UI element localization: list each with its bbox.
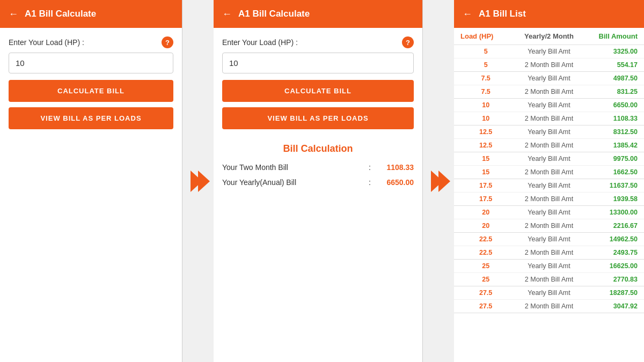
load-cell: 27.5 bbox=[460, 302, 511, 310]
amount-cell: 14962.50 bbox=[587, 235, 638, 243]
type-cell: 2 Month Bill Amt bbox=[511, 195, 587, 203]
help-icon-2[interactable]: ? bbox=[402, 36, 414, 48]
double-arrow-2 bbox=[431, 171, 446, 192]
view-btn-2[interactable]: VIEW BILL AS PER LOADS bbox=[222, 107, 414, 129]
help-icon-1[interactable]: ? bbox=[162, 36, 173, 48]
type-cell: Yearly Bill Amt bbox=[511, 48, 587, 55]
amount-cell: 1108.33 bbox=[587, 115, 638, 122]
amount-cell: 9975.00 bbox=[587, 155, 638, 162]
table-row: 7.5Yearly Bill Amt4987.50 bbox=[454, 72, 644, 85]
type-cell: 2 Month Bill Amt bbox=[511, 168, 587, 176]
amount-cell: 554.17 bbox=[587, 61, 638, 69]
two-month-colon: : bbox=[369, 163, 371, 172]
amount-cell: 2770.83 bbox=[587, 276, 638, 283]
table-row: 27.5Yearly Bill Amt18287.50 bbox=[454, 286, 644, 300]
table-row: 202 Month Bill Amt2216.67 bbox=[454, 219, 644, 232]
amount-cell: 2493.75 bbox=[587, 249, 638, 256]
type-cell: 2 Month Bill Amt bbox=[511, 276, 587, 283]
load-cell: 22.5 bbox=[460, 249, 511, 256]
amount-cell: 18287.50 bbox=[587, 289, 638, 297]
type-cell: Yearly Bill Amt bbox=[511, 235, 587, 243]
amount-cell: 4987.50 bbox=[587, 75, 638, 82]
amount-cell: 6650.00 bbox=[587, 101, 638, 109]
app-title-1: A1 Bill Calculate bbox=[25, 9, 96, 19]
amount-cell: 831.25 bbox=[587, 88, 638, 95]
calculate-btn-2[interactable]: CALCULATE BILL bbox=[222, 80, 414, 102]
amount-cell: 3325.00 bbox=[587, 48, 638, 55]
calculate-btn-1[interactable]: CALCULATE BILL bbox=[9, 80, 173, 102]
amount-cell: 13300.00 bbox=[587, 209, 638, 216]
type-cell: Yearly Bill Amt bbox=[511, 155, 587, 162]
load-cell: 10 bbox=[460, 115, 511, 122]
amount-cell: 1662.50 bbox=[587, 168, 638, 176]
type-cell: Yearly Bill Amt bbox=[511, 289, 587, 297]
type-cell: Yearly Bill Amt bbox=[511, 182, 587, 189]
type-cell: Yearly Bill Amt bbox=[511, 262, 587, 270]
list-group: 12.5Yearly Bill Amt8312.5012.52 Month Bi… bbox=[454, 125, 644, 152]
type-cell: 2 Month Bill Amt bbox=[511, 61, 587, 69]
type-cell: 2 Month Bill Amt bbox=[511, 142, 587, 149]
table-row: 17.52 Month Bill Amt1939.58 bbox=[454, 193, 644, 205]
amount-cell: 3047.92 bbox=[587, 302, 638, 310]
type-cell: Yearly Bill Amt bbox=[511, 209, 587, 216]
col-load-header: Load (HP) bbox=[460, 32, 511, 40]
bill-section-title: Bill Calculation bbox=[222, 143, 414, 154]
table-header: Load (HP) Yearly/2 Month Bill Amount bbox=[454, 28, 644, 45]
load-input-2[interactable] bbox=[222, 53, 414, 73]
table-row: 7.52 Month Bill Amt831.25 bbox=[454, 85, 644, 98]
type-cell: 2 Month Bill Amt bbox=[511, 249, 587, 256]
back-button-2[interactable]: ← bbox=[222, 9, 232, 20]
load-cell: 5 bbox=[460, 61, 511, 69]
table-row: 102 Month Bill Amt1108.33 bbox=[454, 112, 644, 125]
bill-list-body: 5Yearly Bill Amt3325.0052 Month Bill Amt… bbox=[454, 45, 644, 362]
table-row: 22.5Yearly Bill Amt14962.50 bbox=[454, 233, 644, 246]
load-cell: 20 bbox=[460, 209, 511, 216]
load-cell: 5 bbox=[460, 48, 511, 55]
load-cell: 12.5 bbox=[460, 128, 511, 136]
amount-cell: 16625.00 bbox=[587, 262, 638, 270]
amount-cell: 1939.58 bbox=[587, 195, 638, 203]
yearly-label: Your Yearly(Anual) Bill bbox=[222, 178, 363, 187]
type-cell: 2 Month Bill Amt bbox=[511, 115, 587, 122]
load-cell: 7.5 bbox=[460, 88, 511, 95]
app-title-2: A1 Bill Calculate bbox=[238, 9, 310, 19]
table-row: 27.52 Month Bill Amt3047.92 bbox=[454, 300, 644, 313]
list-group: 25Yearly Bill Amt16625.00252 Month Bill … bbox=[454, 260, 644, 286]
type-cell: 2 Month Bill Amt bbox=[511, 88, 587, 95]
list-group: 20Yearly Bill Amt13300.00202 Month Bill … bbox=[454, 206, 644, 233]
yearly-value: 6650.00 bbox=[376, 178, 414, 187]
load-cell: 15 bbox=[460, 168, 511, 176]
list-group: 22.5Yearly Bill Amt14962.5022.52 Month B… bbox=[454, 233, 644, 260]
load-cell: 7.5 bbox=[460, 75, 511, 82]
app-title-3: A1 Bill List bbox=[479, 9, 526, 19]
load-cell: 27.5 bbox=[460, 289, 511, 297]
table-row: 15Yearly Bill Amt9975.00 bbox=[454, 152, 644, 166]
type-cell: 2 Month Bill Amt bbox=[511, 222, 587, 230]
panel-bill-list: ← A1 Bill List Load (HP) Yearly/2 Month … bbox=[454, 0, 644, 362]
table-row: 152 Month Bill Amt1662.50 bbox=[454, 166, 644, 179]
header-3: ← A1 Bill List bbox=[454, 0, 644, 28]
load-label-row-1: Enter Your Load (HP) : ? bbox=[9, 36, 173, 48]
load-cell: 25 bbox=[460, 262, 511, 270]
content-2: Enter Your Load (HP) : ? CALCULATE BILL … bbox=[214, 28, 422, 362]
load-cell: 12.5 bbox=[460, 142, 511, 149]
two-month-bill-row: Your Two Month Bill : 1108.33 bbox=[222, 161, 414, 174]
load-field-label-2: Enter Your Load (HP) : bbox=[222, 38, 298, 47]
back-button-1[interactable]: ← bbox=[9, 9, 18, 20]
back-button-3[interactable]: ← bbox=[463, 9, 472, 20]
type-cell: Yearly Bill Amt bbox=[511, 128, 587, 136]
table-row: 17.5Yearly Bill Amt11637.50 bbox=[454, 179, 644, 193]
header-1: ← A1 Bill Calculate bbox=[0, 0, 182, 28]
table-row: 52 Month Bill Amt554.17 bbox=[454, 58, 644, 71]
load-input-1[interactable] bbox=[9, 53, 173, 73]
load-cell: 20 bbox=[460, 222, 511, 230]
two-month-label: Your Two Month Bill bbox=[222, 163, 363, 172]
double-arrow-1 bbox=[191, 171, 206, 192]
view-btn-1[interactable]: VIEW BILL AS PER LOADS bbox=[9, 107, 173, 129]
list-group: 15Yearly Bill Amt9975.00152 Month Bill A… bbox=[454, 152, 644, 179]
load-label-row-2: Enter Your Load (HP) : ? bbox=[222, 36, 414, 48]
list-group: 10Yearly Bill Amt6650.00102 Month Bill A… bbox=[454, 99, 644, 125]
header-2: ← A1 Bill Calculate bbox=[214, 0, 422, 28]
type-cell: 2 Month Bill Amt bbox=[511, 302, 587, 310]
yearly-bill-row: Your Yearly(Anual) Bill : 6650.00 bbox=[222, 176, 414, 189]
